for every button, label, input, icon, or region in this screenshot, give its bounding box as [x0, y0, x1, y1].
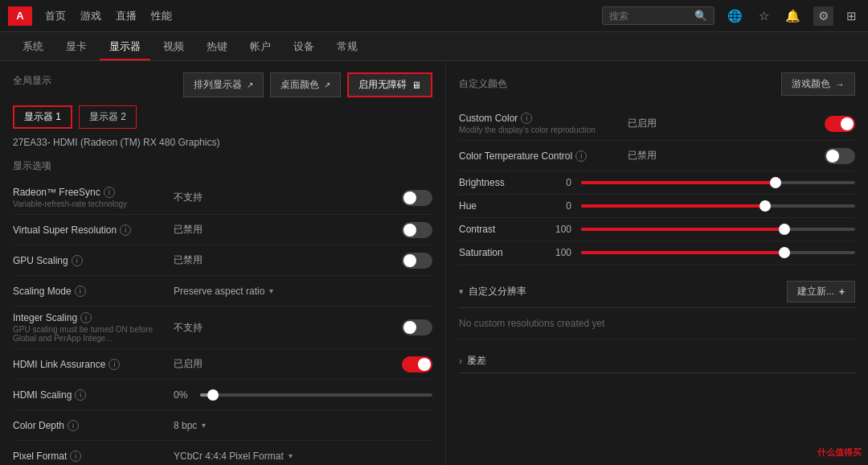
setting-row-color-depth: Color Depth i 8 bpc ▾ — [13, 410, 432, 441]
subnav-general[interactable]: 常规 — [327, 35, 367, 60]
brightness-label: Brightness — [459, 177, 547, 188]
hue-thumb[interactable] — [760, 200, 771, 212]
monitor-tab-1[interactable]: 显示器 1 — [13, 105, 72, 129]
setting-row-freesync: Radeon™ FreeSync i Variable-refresh-rate… — [13, 181, 432, 215]
custom-color-toggle[interactable] — [825, 116, 855, 132]
hdmi-scaling-info-icon[interactable]: i — [75, 389, 86, 401]
hdmi-link-info-icon[interactable]: i — [108, 359, 120, 370]
hdmi-scaling-slider-container — [200, 393, 432, 397]
freesync-info-icon[interactable]: i — [104, 187, 115, 198]
search-input[interactable] — [609, 10, 694, 22]
monitor-tab-2[interactable]: 显示器 2 — [79, 105, 137, 129]
vsr-label: Virtual Super Resolution — [13, 224, 117, 236]
resolution-chevron-icon[interactable]: › — [459, 356, 462, 367]
integer-scaling-value: 不支持 — [174, 321, 203, 335]
pixel-format-dropdown[interactable]: YCbCr 4:4:4 Pixel Format ▾ — [174, 451, 293, 462]
subnav-display[interactable]: 显示器 — [100, 35, 150, 60]
hue-label: Hue — [459, 200, 547, 212]
scaling-mode-arrow: ▾ — [269, 286, 273, 295]
hdmi-scaling-track[interactable] — [200, 393, 432, 397]
custom-color-sublabel: Modify the display's color reproduction — [459, 126, 628, 134]
nav-home[interactable]: 首页 — [45, 6, 66, 27]
hdmi-link-label: HDMI Link Assurance — [13, 359, 105, 370]
gpu-scaling-label: GPU Scaling — [13, 255, 68, 266]
amd-logo: A — [8, 6, 32, 26]
custom-resolution-title-group: ▾ 自定义分辨率 — [459, 285, 526, 298]
integer-scaling-toggle[interactable] — [402, 319, 432, 335]
custom-color-value: 已启用 — [628, 117, 657, 130]
subnav-gpu[interactable]: 显卡 — [56, 35, 96, 60]
vsr-info-icon[interactable]: i — [120, 224, 131, 236]
hdmi-scaling-thumb[interactable] — [207, 389, 219, 401]
contrast-track[interactable] — [581, 228, 855, 231]
hdmi-link-value: 已启用 — [174, 357, 203, 371]
hue-fill — [581, 204, 768, 208]
freesync-toggle[interactable] — [402, 190, 432, 206]
hdmi-link-toggle[interactable] — [402, 356, 432, 372]
monitor-name: 27EA33- HDMI (Radeon (TM) RX 480 Graphic… — [13, 137, 432, 148]
top-nav: A 首页 游戏 直播 性能 🔍 🌐 ☆ 🔔 ⚙ ⊞ — [0, 0, 868, 32]
hue-value: 0 — [547, 200, 571, 212]
subnav-system[interactable]: 系统 — [13, 35, 53, 60]
custom-resolution-header: ▾ 自定义分辨率 建立新... + — [459, 276, 855, 308]
nav-links: 首页 游戏 直播 性能 — [45, 6, 602, 27]
custom-color-label: Custom Color — [459, 113, 518, 124]
scaling-mode-info-icon[interactable]: i — [75, 286, 86, 297]
globe-icon[interactable]: 🌐 — [724, 7, 746, 25]
contrast-thumb[interactable] — [779, 224, 790, 235]
contrast-label: Contrast — [459, 224, 547, 235]
color-depth-value: 8 bpc — [174, 420, 197, 431]
color-depth-info-icon[interactable]: i — [68, 420, 79, 431]
bell-icon[interactable]: 🔔 — [782, 7, 804, 25]
integer-scaling-sublabel: GPU scaling must be turned ON before Glo… — [13, 325, 174, 343]
arrange-displays-button[interactable]: 排列显示器 ↗ — [183, 72, 264, 97]
search-icon: 🔍 — [694, 10, 707, 22]
sub-nav: 系统 显卡 显示器 视频 热键 帐户 设备 常规 — [0, 32, 868, 61]
pixel-format-info-icon[interactable]: i — [70, 451, 81, 462]
scaling-mode-label: Scaling Mode — [13, 286, 72, 297]
color-temp-info-icon[interactable]: i — [575, 150, 587, 162]
setting-row-vsr: Virtual Super Resolution i 已禁用 — [13, 215, 432, 245]
new-resolution-button[interactable]: 建立新... + — [787, 281, 855, 302]
game-color-button[interactable]: 游戏颜色 → — [781, 72, 855, 96]
color-depth-dropdown[interactable]: 8 bpc ▾ — [174, 420, 206, 431]
apply-accessibility-button[interactable]: 启用无障碍 🖥 — [347, 72, 432, 97]
gpu-scaling-toggle[interactable] — [402, 253, 432, 269]
integer-scaling-info-icon[interactable]: i — [80, 312, 92, 323]
hue-track[interactable] — [581, 204, 855, 208]
saturation-thumb[interactable] — [779, 247, 790, 258]
scaling-mode-dropdown[interactable]: Preserve aspect ratio ▾ — [174, 286, 273, 297]
custom-res-chevron-icon[interactable]: ▾ — [459, 286, 464, 297]
brightness-thumb[interactable] — [770, 177, 781, 188]
nav-right: 🔍 🌐 ☆ 🔔 ⚙ ⊞ — [602, 6, 860, 26]
vsr-value: 已禁用 — [174, 223, 203, 237]
custom-color-header: 自定义颜色 游戏颜色 → — [459, 72, 855, 96]
nav-perf[interactable]: 性能 — [151, 6, 172, 27]
brightness-track[interactable] — [581, 181, 855, 184]
integer-scaling-label: Integer Scaling — [13, 312, 77, 323]
color-depth-arrow: ▾ — [202, 421, 206, 430]
external-link-icon: ↗ — [247, 80, 253, 89]
saturation-track[interactable] — [581, 251, 855, 254]
resolution-title: 屡差 — [467, 354, 486, 368]
vsr-toggle[interactable] — [402, 222, 432, 238]
gpu-scaling-info-icon[interactable]: i — [72, 255, 83, 266]
subnav-hotkey[interactable]: 热键 — [197, 35, 237, 60]
desktop-color-button[interactable]: 桌面颜色 ↗ — [270, 72, 341, 97]
subnav-account[interactable]: 帐户 — [240, 35, 280, 60]
subnav-video[interactable]: 视频 — [154, 35, 194, 60]
no-custom-resolutions-text: No custom resolutions created yet — [459, 308, 855, 339]
search-box[interactable]: 🔍 — [602, 6, 714, 25]
layout-icon[interactable]: ⊞ — [843, 7, 860, 25]
setting-row-custom-color: Custom Color i Modify the display's colo… — [459, 107, 855, 141]
custom-color-info-icon[interactable]: i — [521, 113, 532, 124]
color-depth-label: Color Depth — [13, 420, 64, 431]
settings-icon[interactable]: ⚙ — [813, 6, 833, 26]
saturation-value: 100 — [547, 247, 571, 258]
star-icon[interactable]: ☆ — [755, 7, 772, 25]
color-temp-toggle[interactable] — [825, 148, 855, 164]
color-temp-label: Color Temperature Control — [459, 150, 572, 162]
nav-live[interactable]: 直播 — [116, 6, 137, 27]
subnav-device[interactable]: 设备 — [284, 35, 324, 60]
nav-games[interactable]: 游戏 — [80, 6, 101, 27]
